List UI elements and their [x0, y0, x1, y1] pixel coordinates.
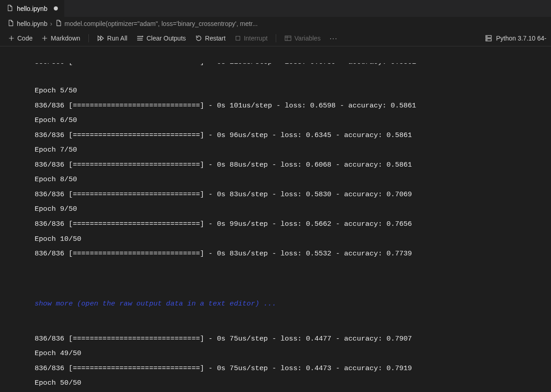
label: Variables	[294, 35, 320, 42]
output-line: Epoch 9/50	[35, 202, 551, 217]
output-line: 836/836 [==============================]…	[35, 246, 551, 261]
plus-icon	[41, 35, 48, 41]
run-all-button[interactable]: Run All	[93, 33, 131, 44]
code-icon	[55, 20, 62, 28]
output-line: Epoch 10/50	[35, 232, 551, 247]
output-line: Epoch 7/50	[35, 143, 551, 158]
clear-outputs-button[interactable]: Clear Outputs	[133, 33, 189, 44]
label: Restart	[205, 35, 226, 42]
label: Markdown	[51, 35, 80, 42]
output-line: 836/836 [==============================]…	[35, 361, 551, 376]
notebook-toolbar: Code Markdown Run All Clear Outputs Rest…	[0, 30, 551, 46]
output-line: 836/836 [==============================]…	[35, 217, 551, 232]
label: Clear Outputs	[146, 35, 185, 42]
kernel-picker-button[interactable]: Python 3.7.10 64-	[485, 35, 546, 42]
editor-tab[interactable]: hello.ipynb	[0, 0, 65, 17]
file-icon	[7, 20, 14, 28]
restart-icon	[195, 35, 202, 42]
cell-output: 836/836 [==============================]…	[20, 46, 551, 392]
divider	[88, 34, 89, 42]
output-line: 836/836 [==============================]…	[35, 98, 551, 113]
output-line: Epoch 5/50	[35, 83, 551, 98]
breadcrumb-file[interactable]: hello.ipynb	[17, 20, 47, 27]
show-more-link[interactable]: show more (open the raw output data in a…	[35, 300, 276, 308]
label: Code	[17, 35, 32, 42]
output-line: 836/836 [==============================]…	[35, 63, 551, 69]
add-markdown-button[interactable]: Markdown	[38, 33, 84, 44]
breadcrumb[interactable]: hello.ipynb › model.compile(optimizer="a…	[0, 17, 551, 30]
breadcrumb-symbol[interactable]: model.compile(optimizer="adam", loss='bi…	[65, 20, 258, 27]
interrupt-button: Interrupt	[231, 33, 271, 44]
tab-filename: hello.ipynb	[17, 5, 47, 12]
output-line: 836/836 [==============================]…	[35, 187, 551, 202]
run-all-icon	[97, 35, 104, 42]
output-line: Epoch 50/50	[35, 376, 551, 391]
interrupt-icon	[235, 35, 241, 41]
svg-point-5	[487, 39, 487, 40]
variables-button: Variables	[281, 33, 324, 44]
file-icon	[6, 5, 13, 13]
svg-point-4	[487, 36, 487, 36]
output-line: 836/836 [==============================]…	[35, 331, 551, 346]
svg-rect-1	[285, 36, 291, 41]
output-line: 836/836 [==============================]…	[35, 158, 551, 173]
label: Interrupt	[244, 35, 268, 42]
tab-bar: hello.ipynb	[0, 0, 551, 17]
restart-button[interactable]: Restart	[191, 33, 229, 44]
server-icon	[485, 35, 492, 42]
plus-icon	[8, 35, 15, 41]
output-line: 836/836 [==============================]…	[35, 128, 551, 143]
more-actions-button[interactable]: ···	[326, 35, 341, 42]
kernel-label: Python 3.7.10 64-	[496, 35, 546, 42]
add-code-button[interactable]: Code	[5, 33, 36, 44]
variables-icon	[284, 35, 292, 42]
output-line: Epoch 49/50	[35, 346, 551, 361]
clear-icon	[136, 35, 144, 42]
divider	[276, 34, 276, 42]
output-line: Epoch 8/50	[35, 172, 551, 187]
dirty-indicator-icon	[54, 6, 58, 10]
svg-rect-0	[236, 36, 240, 40]
output-line: Epoch 6/50	[35, 113, 551, 128]
chevron-right-icon: ›	[50, 20, 52, 27]
label: Run All	[107, 35, 127, 42]
